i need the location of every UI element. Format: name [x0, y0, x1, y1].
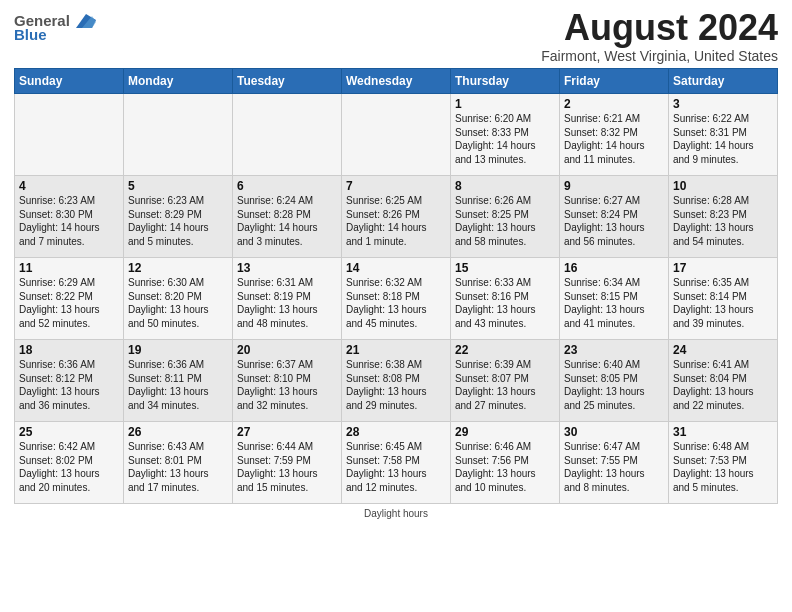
- calendar-day-cell: 13Sunrise: 6:31 AM Sunset: 8:19 PM Dayli…: [233, 258, 342, 340]
- calendar-day-cell: 15Sunrise: 6:33 AM Sunset: 8:16 PM Dayli…: [451, 258, 560, 340]
- day-info: Sunrise: 6:24 AM Sunset: 8:28 PM Dayligh…: [237, 194, 337, 248]
- day-info: Sunrise: 6:36 AM Sunset: 8:11 PM Dayligh…: [128, 358, 228, 412]
- calendar-day-cell: 9Sunrise: 6:27 AM Sunset: 8:24 PM Daylig…: [560, 176, 669, 258]
- calendar-day-cell: 1Sunrise: 6:20 AM Sunset: 8:33 PM Daylig…: [451, 94, 560, 176]
- day-info: Sunrise: 6:39 AM Sunset: 8:07 PM Dayligh…: [455, 358, 555, 412]
- day-info: Sunrise: 6:44 AM Sunset: 7:59 PM Dayligh…: [237, 440, 337, 494]
- calendar-day-cell: [124, 94, 233, 176]
- calendar-day-cell: 23Sunrise: 6:40 AM Sunset: 8:05 PM Dayli…: [560, 340, 669, 422]
- calendar-day-cell: 11Sunrise: 6:29 AM Sunset: 8:22 PM Dayli…: [15, 258, 124, 340]
- calendar-day-cell: 19Sunrise: 6:36 AM Sunset: 8:11 PM Dayli…: [124, 340, 233, 422]
- day-number: 20: [237, 343, 337, 357]
- calendar-day-cell: 12Sunrise: 6:30 AM Sunset: 8:20 PM Dayli…: [124, 258, 233, 340]
- day-number: 21: [346, 343, 446, 357]
- footer: Daylight hours: [14, 508, 778, 519]
- day-number: 5: [128, 179, 228, 193]
- day-info: Sunrise: 6:28 AM Sunset: 8:23 PM Dayligh…: [673, 194, 773, 248]
- calendar-day-cell: 2Sunrise: 6:21 AM Sunset: 8:32 PM Daylig…: [560, 94, 669, 176]
- calendar-week-row: 11Sunrise: 6:29 AM Sunset: 8:22 PM Dayli…: [15, 258, 778, 340]
- day-number: 13: [237, 261, 337, 275]
- calendar-day-cell: 18Sunrise: 6:36 AM Sunset: 8:12 PM Dayli…: [15, 340, 124, 422]
- calendar-header-row: SundayMondayTuesdayWednesdayThursdayFrid…: [15, 69, 778, 94]
- day-info: Sunrise: 6:47 AM Sunset: 7:55 PM Dayligh…: [564, 440, 664, 494]
- day-number: 3: [673, 97, 773, 111]
- day-number: 31: [673, 425, 773, 439]
- day-info: Sunrise: 6:25 AM Sunset: 8:26 PM Dayligh…: [346, 194, 446, 248]
- calendar-day-cell: 26Sunrise: 6:43 AM Sunset: 8:01 PM Dayli…: [124, 422, 233, 504]
- day-info: Sunrise: 6:35 AM Sunset: 8:14 PM Dayligh…: [673, 276, 773, 330]
- day-info: Sunrise: 6:46 AM Sunset: 7:56 PM Dayligh…: [455, 440, 555, 494]
- day-info: Sunrise: 6:42 AM Sunset: 8:02 PM Dayligh…: [19, 440, 119, 494]
- day-of-week-header: Sunday: [15, 69, 124, 94]
- calendar-day-cell: 3Sunrise: 6:22 AM Sunset: 8:31 PM Daylig…: [669, 94, 778, 176]
- day-info: Sunrise: 6:26 AM Sunset: 8:25 PM Dayligh…: [455, 194, 555, 248]
- calendar-day-cell: [233, 94, 342, 176]
- calendar-day-cell: 30Sunrise: 6:47 AM Sunset: 7:55 PM Dayli…: [560, 422, 669, 504]
- day-info: Sunrise: 6:22 AM Sunset: 8:31 PM Dayligh…: [673, 112, 773, 166]
- header: General Blue August 2024 Fairmont, West …: [14, 10, 778, 64]
- day-number: 19: [128, 343, 228, 357]
- day-info: Sunrise: 6:29 AM Sunset: 8:22 PM Dayligh…: [19, 276, 119, 330]
- calendar-week-row: 25Sunrise: 6:42 AM Sunset: 8:02 PM Dayli…: [15, 422, 778, 504]
- day-info: Sunrise: 6:40 AM Sunset: 8:05 PM Dayligh…: [564, 358, 664, 412]
- day-info: Sunrise: 6:48 AM Sunset: 7:53 PM Dayligh…: [673, 440, 773, 494]
- day-info: Sunrise: 6:23 AM Sunset: 8:29 PM Dayligh…: [128, 194, 228, 248]
- day-number: 7: [346, 179, 446, 193]
- day-info: Sunrise: 6:43 AM Sunset: 8:01 PM Dayligh…: [128, 440, 228, 494]
- calendar-week-row: 1Sunrise: 6:20 AM Sunset: 8:33 PM Daylig…: [15, 94, 778, 176]
- day-number: 2: [564, 97, 664, 111]
- day-number: 22: [455, 343, 555, 357]
- day-info: Sunrise: 6:32 AM Sunset: 8:18 PM Dayligh…: [346, 276, 446, 330]
- day-of-week-header: Tuesday: [233, 69, 342, 94]
- day-info: Sunrise: 6:38 AM Sunset: 8:08 PM Dayligh…: [346, 358, 446, 412]
- calendar-day-cell: 17Sunrise: 6:35 AM Sunset: 8:14 PM Dayli…: [669, 258, 778, 340]
- calendar-week-row: 4Sunrise: 6:23 AM Sunset: 8:30 PM Daylig…: [15, 176, 778, 258]
- day-number: 10: [673, 179, 773, 193]
- calendar-day-cell: 5Sunrise: 6:23 AM Sunset: 8:29 PM Daylig…: [124, 176, 233, 258]
- calendar-day-cell: 10Sunrise: 6:28 AM Sunset: 8:23 PM Dayli…: [669, 176, 778, 258]
- day-of-week-header: Friday: [560, 69, 669, 94]
- day-number: 24: [673, 343, 773, 357]
- daylight-hours-label: Daylight hours: [364, 508, 428, 519]
- day-info: Sunrise: 6:45 AM Sunset: 7:58 PM Dayligh…: [346, 440, 446, 494]
- day-number: 16: [564, 261, 664, 275]
- calendar-day-cell: 25Sunrise: 6:42 AM Sunset: 8:02 PM Dayli…: [15, 422, 124, 504]
- day-number: 17: [673, 261, 773, 275]
- calendar-day-cell: 22Sunrise: 6:39 AM Sunset: 8:07 PM Dayli…: [451, 340, 560, 422]
- logo-blue: Blue: [14, 26, 47, 43]
- calendar-day-cell: 6Sunrise: 6:24 AM Sunset: 8:28 PM Daylig…: [233, 176, 342, 258]
- day-number: 14: [346, 261, 446, 275]
- location: Fairmont, West Virginia, United States: [541, 48, 778, 64]
- calendar-day-cell: 21Sunrise: 6:38 AM Sunset: 8:08 PM Dayli…: [342, 340, 451, 422]
- day-info: Sunrise: 6:33 AM Sunset: 8:16 PM Dayligh…: [455, 276, 555, 330]
- day-info: Sunrise: 6:30 AM Sunset: 8:20 PM Dayligh…: [128, 276, 228, 330]
- day-number: 18: [19, 343, 119, 357]
- logo-icon: [72, 10, 96, 30]
- day-number: 28: [346, 425, 446, 439]
- day-info: Sunrise: 6:23 AM Sunset: 8:30 PM Dayligh…: [19, 194, 119, 248]
- day-number: 4: [19, 179, 119, 193]
- day-info: Sunrise: 6:41 AM Sunset: 8:04 PM Dayligh…: [673, 358, 773, 412]
- calendar-week-row: 18Sunrise: 6:36 AM Sunset: 8:12 PM Dayli…: [15, 340, 778, 422]
- logo: General Blue: [14, 10, 96, 43]
- day-of-week-header: Thursday: [451, 69, 560, 94]
- calendar-day-cell: 27Sunrise: 6:44 AM Sunset: 7:59 PM Dayli…: [233, 422, 342, 504]
- day-info: Sunrise: 6:37 AM Sunset: 8:10 PM Dayligh…: [237, 358, 337, 412]
- calendar-day-cell: 14Sunrise: 6:32 AM Sunset: 8:18 PM Dayli…: [342, 258, 451, 340]
- day-of-week-header: Monday: [124, 69, 233, 94]
- day-info: Sunrise: 6:31 AM Sunset: 8:19 PM Dayligh…: [237, 276, 337, 330]
- day-number: 27: [237, 425, 337, 439]
- calendar-day-cell: 31Sunrise: 6:48 AM Sunset: 7:53 PM Dayli…: [669, 422, 778, 504]
- calendar-day-cell: 29Sunrise: 6:46 AM Sunset: 7:56 PM Dayli…: [451, 422, 560, 504]
- day-info: Sunrise: 6:36 AM Sunset: 8:12 PM Dayligh…: [19, 358, 119, 412]
- day-number: 23: [564, 343, 664, 357]
- day-number: 6: [237, 179, 337, 193]
- calendar-day-cell: 20Sunrise: 6:37 AM Sunset: 8:10 PM Dayli…: [233, 340, 342, 422]
- calendar-day-cell: 8Sunrise: 6:26 AM Sunset: 8:25 PM Daylig…: [451, 176, 560, 258]
- day-number: 11: [19, 261, 119, 275]
- day-of-week-header: Saturday: [669, 69, 778, 94]
- day-number: 1: [455, 97, 555, 111]
- day-number: 8: [455, 179, 555, 193]
- day-number: 30: [564, 425, 664, 439]
- calendar-day-cell: [342, 94, 451, 176]
